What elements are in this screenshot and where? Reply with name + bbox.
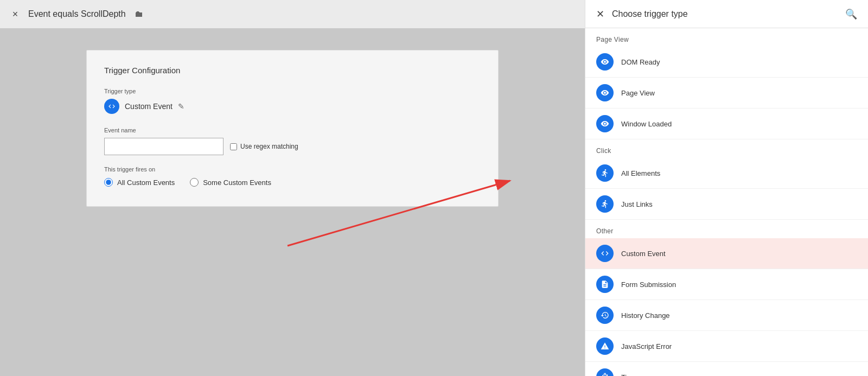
all-elements-icon bbox=[596, 164, 614, 182]
top-bar: × Event equals ScrollDepth 🖿 bbox=[0, 0, 585, 28]
trigger-item-form-submission[interactable]: Form Submission bbox=[585, 269, 868, 300]
section-click: Click bbox=[585, 139, 868, 158]
fires-on-label: This trigger fires on bbox=[104, 166, 481, 173]
form-submission-icon bbox=[596, 276, 614, 293]
regex-checkbox-row: Use regex matching bbox=[230, 143, 298, 150]
left-panel: × Event equals ScrollDepth 🖿 Trigger Con… bbox=[0, 0, 585, 376]
window-loaded-icon bbox=[596, 115, 614, 132]
timer-label: Timer bbox=[621, 373, 639, 377]
custom-event-list-icon bbox=[596, 245, 614, 262]
trigger-card: Trigger Configuration Trigger type Custo… bbox=[86, 50, 499, 207]
edit-icon[interactable]: ✎ bbox=[178, 102, 184, 111]
right-header: ✕ Choose trigger type 🔍 bbox=[585, 0, 868, 28]
timer-icon bbox=[596, 368, 614, 376]
card-title: Trigger Configuration bbox=[104, 66, 481, 75]
page-view-icon bbox=[596, 84, 614, 101]
page-view-label: Page View bbox=[621, 89, 655, 97]
trigger-type-value: Custom Event bbox=[125, 102, 173, 111]
just-links-icon bbox=[596, 195, 614, 213]
custom-event-list-label: Custom Event bbox=[621, 250, 666, 258]
trigger-item-just-links[interactable]: Just Links bbox=[585, 189, 868, 220]
event-name-row: Use regex matching bbox=[104, 138, 481, 155]
dom-ready-label: DOM Ready bbox=[621, 58, 660, 66]
page-title: Event equals ScrollDepth bbox=[28, 9, 126, 19]
form-submission-label: Form Submission bbox=[621, 281, 676, 289]
right-panel-title: Choose trigger type bbox=[612, 9, 688, 19]
regex-checkbox[interactable] bbox=[230, 143, 237, 150]
radio-some-events[interactable]: Some Custom Events bbox=[190, 178, 271, 187]
trigger-type-row: Custom Event ✎ bbox=[104, 99, 481, 114]
trigger-item-all-elements[interactable]: All Elements bbox=[585, 158, 868, 189]
trigger-item-dom-ready[interactable]: DOM Ready bbox=[585, 47, 868, 78]
trigger-list: Page View DOM Ready Page View Window Loa… bbox=[585, 28, 868, 376]
event-name-label: Event name bbox=[104, 127, 481, 133]
trigger-item-timer[interactable]: Timer bbox=[585, 362, 868, 376]
radio-group: All Custom Events Some Custom Events bbox=[104, 178, 481, 187]
search-icon[interactable]: 🔍 bbox=[845, 8, 857, 20]
radio-all-input[interactable] bbox=[104, 178, 113, 187]
main-close-button[interactable]: × bbox=[9, 8, 22, 21]
section-page-view: Page View bbox=[585, 28, 868, 47]
radio-all-events[interactable]: All Custom Events bbox=[104, 178, 175, 187]
radio-all-label: All Custom Events bbox=[117, 179, 175, 187]
right-panel: ✕ Choose trigger type 🔍 Page View DOM Re… bbox=[585, 0, 868, 376]
window-loaded-label: Window Loaded bbox=[621, 120, 672, 128]
history-change-label: History Change bbox=[621, 311, 670, 320]
trigger-item-window-loaded[interactable]: Window Loaded bbox=[585, 109, 868, 139]
radio-some-label: Some Custom Events bbox=[203, 179, 271, 187]
event-name-section: Event name Use regex matching bbox=[104, 127, 481, 155]
dom-ready-icon bbox=[596, 53, 614, 71]
history-change-icon bbox=[596, 307, 614, 324]
javascript-error-icon bbox=[596, 337, 614, 355]
regex-label: Use regex matching bbox=[240, 143, 298, 150]
all-elements-label: All Elements bbox=[621, 169, 660, 177]
fires-on-section: This trigger fires on All Custom Events … bbox=[104, 166, 481, 187]
radio-some-input[interactable] bbox=[190, 178, 199, 187]
just-links-label: Just Links bbox=[621, 200, 653, 208]
trigger-type-label: Trigger type bbox=[104, 88, 481, 94]
section-other: Other bbox=[585, 220, 868, 238]
trigger-item-history-change[interactable]: History Change bbox=[585, 300, 868, 331]
main-content: Trigger Configuration Trigger type Custo… bbox=[0, 28, 585, 376]
trigger-item-javascript-error[interactable]: JavaScript Error bbox=[585, 331, 868, 362]
right-close-button[interactable]: ✕ bbox=[596, 8, 604, 20]
custom-event-icon bbox=[104, 99, 119, 114]
folder-icon: 🖿 bbox=[135, 9, 143, 19]
trigger-item-page-view[interactable]: Page View bbox=[585, 78, 868, 109]
trigger-item-custom-event[interactable]: Custom Event bbox=[585, 238, 868, 269]
event-name-input[interactable] bbox=[104, 138, 224, 155]
javascript-error-label: JavaScript Error bbox=[621, 342, 672, 350]
right-header-left: ✕ Choose trigger type bbox=[596, 8, 688, 20]
